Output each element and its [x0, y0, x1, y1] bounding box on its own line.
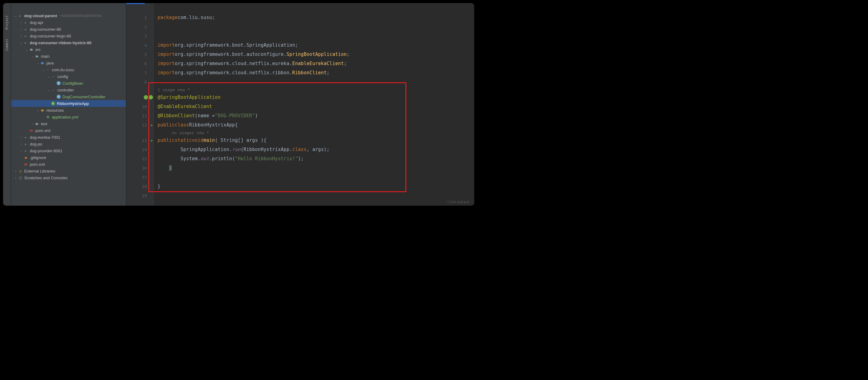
- tree-item[interactable]: ⌄🖿src: [11, 46, 126, 53]
- tree-item-label: pom.xml: [35, 128, 50, 133]
- tree-arrow-icon[interactable]: ›: [19, 34, 23, 38]
- tree-arrow-icon[interactable]: ⌄: [36, 109, 40, 112]
- maven-icon: m: [29, 128, 34, 133]
- line-number: 4: [144, 43, 147, 48]
- line-number: 5: [144, 52, 147, 57]
- code-area[interactable]: package com.liu.susu; import org.springf…: [154, 3, 474, 205]
- gutter-row[interactable]: [126, 87, 154, 93]
- tree-arrow-icon[interactable]: ⌄: [19, 41, 23, 44]
- line-number: 17: [142, 175, 147, 180]
- tree-item[interactable]: ›▸dog-consumer-80: [11, 26, 126, 33]
- line-number: 2: [144, 25, 147, 29]
- tree-arrow-icon[interactable]: ⌄: [47, 88, 51, 92]
- tree-item[interactable]: ›▸dog-consumer-feign-80: [11, 33, 126, 39]
- tree-item-label: config: [57, 74, 68, 79]
- package-icon: ▫: [45, 67, 50, 72]
- gutter-row[interactable]: 4: [126, 40, 154, 50]
- line-number: 12: [142, 123, 147, 127]
- resource-folder-icon: 🖿: [40, 108, 45, 113]
- editor: 123456789101112▶13▶141516171819 package …: [126, 3, 474, 205]
- code-line: package com.liu.susu;: [154, 13, 474, 22]
- inlay-hint: 1 usage new *: [154, 87, 474, 93]
- module-icon: ▸: [23, 33, 28, 38]
- tree-external-libs[interactable]: › ⫼ External Libraries: [11, 167, 126, 175]
- tree-item[interactable]: ›▸dog-api: [11, 19, 126, 26]
- tree-arrow-icon[interactable]: ›: [19, 28, 23, 31]
- gutter-row[interactable]: 1: [126, 13, 154, 22]
- tree-item[interactable]: ›▸dog-po: [11, 140, 126, 147]
- chevron-right-icon[interactable]: ›: [13, 176, 18, 180]
- tree-arrow-icon[interactable]: ›: [19, 21, 23, 24]
- project-tree[interactable]: ⌄ ▸ dog-cloud-parent ~/study/ideaStudy/i…: [11, 3, 126, 205]
- tree-item-label: com.liu.susu: [52, 67, 74, 72]
- tree-arrow-icon[interactable]: ›: [19, 136, 23, 139]
- tree-root[interactable]: ⌄ ▸ dog-cloud-parent ~/study/ideaStudy/i…: [11, 12, 126, 19]
- gutter-row[interactable]: 9: [126, 93, 154, 102]
- rail-commit[interactable]: Commit: [5, 39, 9, 51]
- gutter-row[interactable]: 11: [126, 111, 154, 120]
- gutter-row[interactable]: 6: [126, 59, 154, 68]
- tree-item[interactable]: ⚙application.yml: [11, 114, 126, 120]
- folder-icon: 🖿: [34, 54, 39, 59]
- tree-item[interactable]: CRibbonHystrixApp: [11, 100, 126, 107]
- tab-indicator: [126, 3, 145, 4]
- tree-item[interactable]: ⌄▫com.liu.susu: [11, 66, 126, 73]
- tree-item[interactable]: CDogConsumerController: [11, 93, 126, 100]
- gutter-row[interactable]: 2: [126, 22, 154, 31]
- tree-item-label: controller: [57, 88, 74, 92]
- line-number: 14: [142, 147, 147, 152]
- tree-item[interactable]: mpom.xml: [11, 127, 126, 134]
- tree-item[interactable]: ⌄▫config: [11, 73, 126, 80]
- tree-item[interactable]: ›▸dog-eureka-7001: [11, 134, 126, 140]
- tree-item[interactable]: ⌄▸dog-consumer-ribbon-hystrix-80: [11, 39, 126, 46]
- run-icon[interactable]: ▶: [151, 138, 153, 142]
- tree-item[interactable]: ◆.gitignore: [11, 154, 126, 161]
- tree-scratches[interactable]: › ◳ Scratches and Consoles: [11, 175, 126, 181]
- gutter-row[interactable]: 14: [126, 145, 154, 154]
- line-number: 6: [144, 61, 147, 66]
- gutter-row[interactable]: 7: [126, 68, 154, 77]
- tree-item[interactable]: ⌄🖿java: [11, 60, 126, 66]
- run-icon[interactable]: ▶: [151, 123, 153, 127]
- tree-item[interactable]: CConfigBean: [11, 80, 126, 87]
- tree-item[interactable]: ›▸dog-provider-8001: [11, 147, 126, 154]
- gutter-row[interactable]: 19: [126, 191, 154, 200]
- code-line: @SpringBootApplication: [154, 93, 474, 102]
- watermark: CSDN @@素素~: [447, 200, 471, 204]
- gutter-row[interactable]: 17: [126, 172, 154, 182]
- tree-arrow-icon[interactable]: ⌄: [25, 48, 29, 51]
- source-folder-icon: 🖿: [40, 60, 45, 65]
- tree-item[interactable]: ⌄🖿main: [11, 53, 126, 60]
- tree-arrow-icon[interactable]: ›: [19, 149, 23, 153]
- chevron-right-icon[interactable]: ›: [13, 169, 18, 173]
- tree-item[interactable]: ⌄▫controller: [11, 87, 126, 93]
- module-icon: ▸: [23, 135, 28, 140]
- tree-arrow-icon[interactable]: ›: [30, 122, 34, 126]
- tree-arrow-icon[interactable]: ⌄: [36, 61, 40, 65]
- gutter-row[interactable]: 8: [126, 77, 154, 87]
- tree-item-label: dog-api: [30, 20, 43, 25]
- gutter-row[interactable]: [126, 130, 154, 136]
- gutter-row[interactable]: 3: [126, 31, 154, 40]
- class-icon: C: [57, 95, 61, 99]
- chevron-down-icon[interactable]: ⌄: [13, 14, 18, 18]
- tree-arrow-icon[interactable]: ⌄: [41, 68, 45, 71]
- package-icon: ▫: [51, 88, 56, 92]
- code-line: [154, 172, 474, 182]
- gutter-row[interactable]: 18: [126, 182, 154, 191]
- tree-arrow-icon[interactable]: ⌄: [47, 75, 51, 78]
- tree-item[interactable]: ›🖿test: [11, 120, 126, 127]
- code-line: import org.springframework.cloud.netflix…: [154, 68, 474, 77]
- gutter-row[interactable]: 10: [126, 102, 154, 111]
- gutter-row[interactable]: 12▶: [126, 120, 154, 130]
- rail-project[interactable]: Project: [5, 15, 9, 29]
- gutter-row[interactable]: 16: [126, 163, 154, 172]
- tree-item[interactable]: ⌄🖿resources: [11, 107, 126, 114]
- gutter-row[interactable]: 13▶: [126, 136, 154, 145]
- gutter-row[interactable]: 5: [126, 50, 154, 59]
- spring-icon: [144, 95, 148, 99]
- tree-arrow-icon[interactable]: ⌄: [30, 55, 34, 58]
- tree-arrow-icon[interactable]: ›: [19, 142, 23, 146]
- gutter-row[interactable]: 15: [126, 154, 154, 163]
- tree-item[interactable]: mpom.xml: [11, 161, 126, 167]
